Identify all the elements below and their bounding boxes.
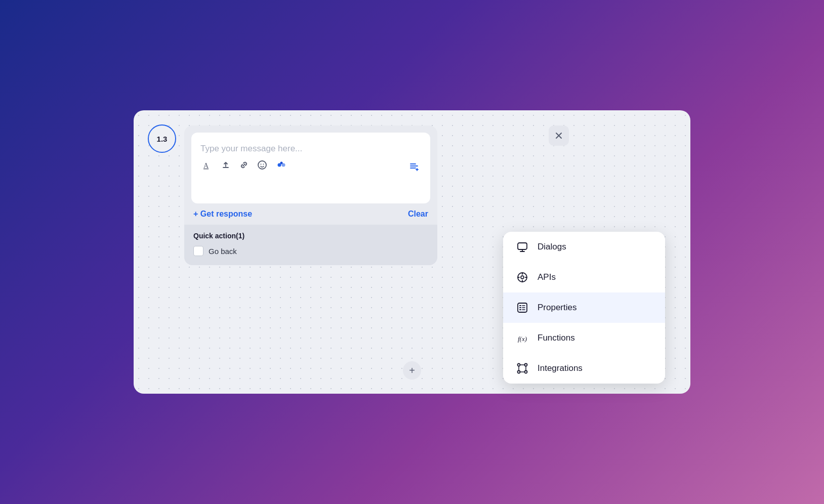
go-back-label: Go back [209,247,237,256]
text-format-icon[interactable]: A [202,160,213,173]
dialogs-item[interactable]: Dialogs [503,232,665,262]
properties-item[interactable]: Properties [503,292,665,323]
go-back-checkbox[interactable] [193,246,203,256]
dropdown-menu: Dialogs APIs Properties [503,232,665,384]
clear-button[interactable]: Clear [408,209,428,219]
integrations-icon [515,361,529,375]
ai-dots-icon[interactable] [275,159,287,174]
svg-point-3 [263,164,264,165]
functions-icon: f(x) [515,331,529,345]
svg-point-1 [258,161,266,169]
svg-point-2 [261,164,262,165]
upload-icon[interactable] [221,160,231,173]
apis-label: APIs [538,272,556,282]
close-button[interactable] [549,125,569,146]
dialogs-label: Dialogs [538,242,566,252]
svg-point-6 [280,162,283,164]
apis-item[interactable]: APIs [503,262,665,292]
get-response-button[interactable]: + Get response [193,209,252,219]
version-badge: 1.3 [148,124,176,153]
integrations-label: Integrations [538,363,583,373]
quick-action-section: Quick action(1) Go back [184,225,437,265]
functions-item[interactable]: f(x) Functions [503,323,665,353]
emoji-icon[interactable] [257,160,267,173]
svg-text:A: A [203,162,209,170]
functions-label: Functions [538,333,575,343]
svg-point-9 [521,276,524,279]
add-step-button[interactable]: + [403,361,421,380]
action-row: + Get response Clear [184,203,437,225]
message-placeholder: Type your message here... [200,144,421,154]
properties-icon [515,301,529,315]
dialogs-icon [515,240,529,254]
quick-action-item: Go back [193,246,428,256]
apis-icon [515,270,529,284]
svg-rect-7 [518,243,527,249]
properties-label: Properties [538,303,576,313]
add-variable-button[interactable] [409,161,419,172]
integrations-item[interactable]: Integrations [503,353,665,384]
svg-text:f(x): f(x) [518,335,527,343]
quick-action-title: Quick action(1) [193,232,428,240]
message-textarea-area[interactable]: Type your message here... A [191,133,430,203]
toolbar-row: A [200,154,421,174]
link-icon[interactable] [239,160,249,173]
main-card: 1.3 Type your message here... A [134,110,690,394]
message-panel: Type your message here... A [184,125,437,265]
